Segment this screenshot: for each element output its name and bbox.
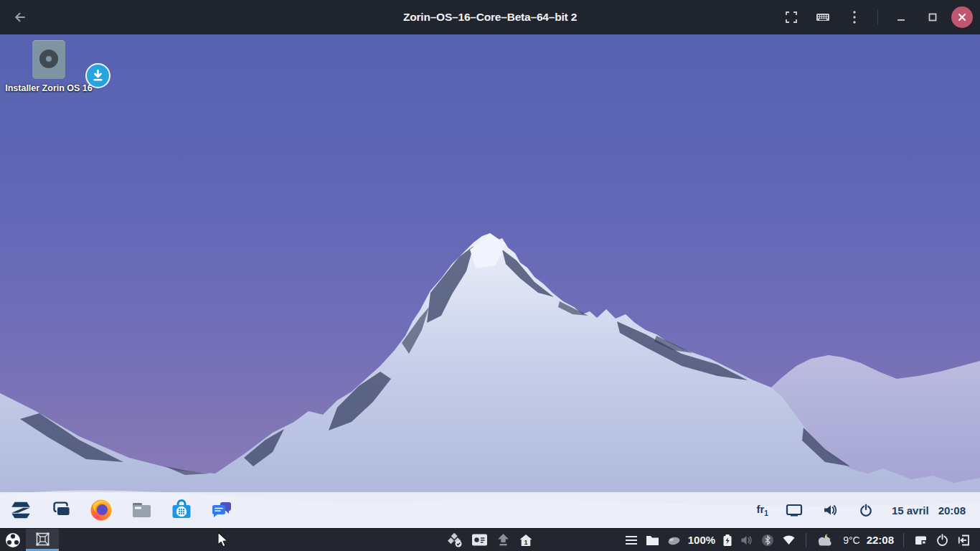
fullscreen-button[interactable] [778, 4, 804, 30]
host-taskbar: 1 100% [0, 528, 980, 551]
keyboard-layout-indicator[interactable]: fr1 [757, 503, 768, 517]
back-icon [14, 11, 27, 24]
upload-arrow-tray[interactable] [496, 529, 511, 551]
host-tray-center: 1 [447, 529, 534, 551]
download-badge-icon [85, 63, 110, 88]
disk-donut [39, 50, 58, 68]
disk-installer-icon [32, 40, 65, 79]
tray-separator [806, 533, 806, 547]
packages-check-tray[interactable] [447, 529, 463, 551]
host-clock[interactable]: 22:08 [867, 534, 894, 546]
weather-tray[interactable] [816, 529, 837, 551]
keyboard-icon [816, 11, 830, 23]
news-card-icon [472, 534, 488, 546]
close-button[interactable] [951, 6, 973, 28]
guest-clock[interactable]: 15 avril 20:08 [892, 504, 966, 517]
zorin-menu-button[interactable] [7, 496, 34, 524]
screen: Zorin–OS–16–Core–Beta–64–bit 2 [0, 0, 980, 551]
firefox-icon [89, 498, 113, 522]
upload-arrow-icon [497, 533, 510, 547]
zorin-menu-icon [9, 498, 33, 522]
folder-icon [646, 534, 659, 546]
home-1-icon: 1 [519, 534, 533, 547]
power-icon [936, 533, 949, 547]
task-view-icon [49, 498, 73, 522]
show-desktop-button[interactable] [913, 529, 928, 551]
zorin-taskbar: fr1 15 avril [0, 492, 980, 528]
battery-percent: 100% [688, 534, 715, 546]
display-indicator[interactable] [784, 496, 804, 524]
weather-temperature: 9°C [843, 534, 860, 546]
minimize-button[interactable] [888, 4, 914, 30]
fullscreen-icon [786, 11, 797, 23]
weather-night-cloud-icon [816, 533, 836, 547]
guest-date: 15 avril [892, 504, 929, 517]
bluetooth-icon [761, 534, 774, 547]
keyboard-button[interactable] [810, 4, 836, 30]
tray-separator-2 [903, 533, 904, 547]
task-view-button[interactable] [47, 496, 75, 524]
kebab-menu-icon [852, 10, 857, 24]
host-files-button[interactable] [645, 529, 660, 551]
close-icon [958, 13, 966, 22]
volume-indicator[interactable] [820, 496, 840, 524]
files-icon [129, 498, 154, 522]
volume-muted-icon [740, 534, 753, 546]
keyboard-layout-code: fr [757, 503, 765, 515]
maximize-button[interactable] [920, 4, 946, 30]
home-1-tray[interactable]: 1 [519, 529, 534, 551]
vm-window-titlebar: Zorin–OS–16–Core–Beta–64–bit 2 [0, 0, 980, 34]
bluetooth-tray[interactable] [760, 529, 775, 551]
boxes-task-icon [36, 532, 50, 546]
display-icon [786, 503, 803, 517]
mountain-artwork [0, 34, 980, 528]
messages-launcher[interactable] [208, 496, 235, 524]
guest-time: 20:08 [938, 504, 966, 517]
firefox-launcher[interactable] [88, 496, 115, 524]
wifi-tray[interactable] [781, 529, 796, 551]
hamburger-icon [625, 534, 638, 546]
power-indicator[interactable] [856, 496, 876, 524]
minimize-icon [897, 13, 905, 22]
titlebar-separator [877, 9, 878, 25]
logout-button[interactable] [956, 529, 971, 551]
wifi-icon [782, 534, 796, 545]
news-card-tray[interactable] [471, 529, 489, 551]
boxes-task-button[interactable] [26, 529, 59, 551]
files-launcher[interactable] [128, 496, 155, 524]
show-desktop-icon [914, 534, 928, 546]
back-button[interactable] [7, 4, 33, 30]
battery-charging-icon [722, 534, 732, 547]
host-launcher-button[interactable] [0, 529, 26, 551]
installer-icon-label: Installer Zorin OS 16 [3, 83, 95, 93]
host-menu-button[interactable] [624, 529, 639, 551]
power-icon [859, 503, 873, 517]
svg-text:1: 1 [524, 538, 527, 545]
desktop-wallpaper: Installer Zorin OS 16 [0, 34, 980, 528]
battery-tray[interactable] [722, 529, 733, 551]
host-power-button[interactable] [935, 529, 950, 551]
mouse-battery-tray[interactable] [666, 529, 682, 551]
installer-desktop-icon[interactable]: Installer Zorin OS 16 [3, 40, 95, 93]
keyboard-layout-index: 1 [764, 509, 768, 517]
mouse-battery-icon [667, 535, 681, 545]
launcher-ball-icon [5, 532, 21, 548]
packages-check-icon [448, 533, 463, 547]
menu-button[interactable] [842, 4, 867, 30]
logout-icon [957, 534, 971, 547]
volume-icon [823, 504, 837, 517]
messages-icon [209, 498, 234, 522]
software-store-launcher[interactable] [168, 496, 195, 524]
volume-muted-tray[interactable] [740, 529, 754, 551]
maximize-icon [928, 13, 937, 22]
software-store-icon [169, 498, 194, 522]
